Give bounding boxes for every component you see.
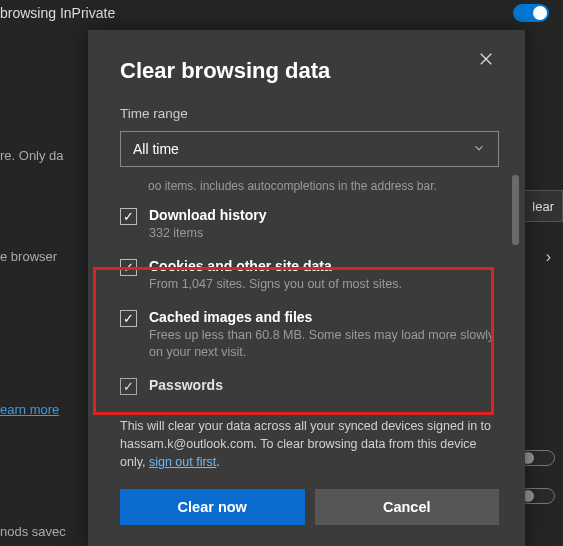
clear-now-button[interactable]: Clear now <box>120 489 305 525</box>
list-item: Cached images and files Frees up less th… <box>120 303 499 371</box>
item-title: Cached images and files <box>149 309 495 325</box>
truncated-line: oo items. includes autocompletions in th… <box>148 179 499 193</box>
sign-out-link[interactable]: sign out first <box>149 455 216 469</box>
list-item: Passwords <box>120 371 499 405</box>
chevron-down-icon <box>472 141 486 158</box>
item-title: Download history <box>149 207 495 223</box>
chevron-right-icon[interactable]: › <box>546 248 551 266</box>
checkbox-cookies[interactable] <box>120 259 137 276</box>
list-item: Cookies and other site data From 1,047 s… <box>120 252 499 303</box>
checkbox-cached[interactable] <box>120 310 137 327</box>
item-title: Passwords <box>149 377 495 393</box>
inprivate-toggle[interactable] <box>513 4 549 22</box>
checkbox-passwords[interactable] <box>120 378 137 395</box>
item-sub: Frees up less than 60.8 MB. Some sites m… <box>149 327 495 361</box>
time-range-select[interactable]: All time <box>120 131 499 167</box>
checkbox-download-history[interactable] <box>120 208 137 225</box>
item-title: Cookies and other site data <box>149 258 495 274</box>
bg-learn-more-link[interactable]: earn more <box>0 398 59 421</box>
item-sub: 332 items <box>149 225 495 242</box>
clear-browsing-data-dialog: Clear browsing data Time range All time … <box>88 30 525 546</box>
close-button[interactable] <box>477 50 505 78</box>
dialog-title: Clear browsing data <box>120 58 499 84</box>
cancel-button[interactable]: Cancel <box>315 489 500 525</box>
time-range-value: All time <box>133 141 179 157</box>
item-sub: From 1,047 sites. Signs you out of most … <box>149 276 495 293</box>
data-types-list: oo items. includes autocompletions in th… <box>120 179 499 411</box>
list-item: Download history 332 items <box>120 201 499 252</box>
bg-text-2: e browser <box>0 245 57 268</box>
scrollbar-thumb[interactable] <box>512 175 519 245</box>
bg-text-3: nods savec <box>0 520 66 543</box>
bg-text-1: re. Only da <box>0 144 64 167</box>
inprivate-label: browsing InPrivate <box>0 5 115 21</box>
time-range-label: Time range <box>120 106 499 121</box>
sync-note: This will clear your data across all you… <box>120 417 499 471</box>
close-icon <box>477 50 495 68</box>
